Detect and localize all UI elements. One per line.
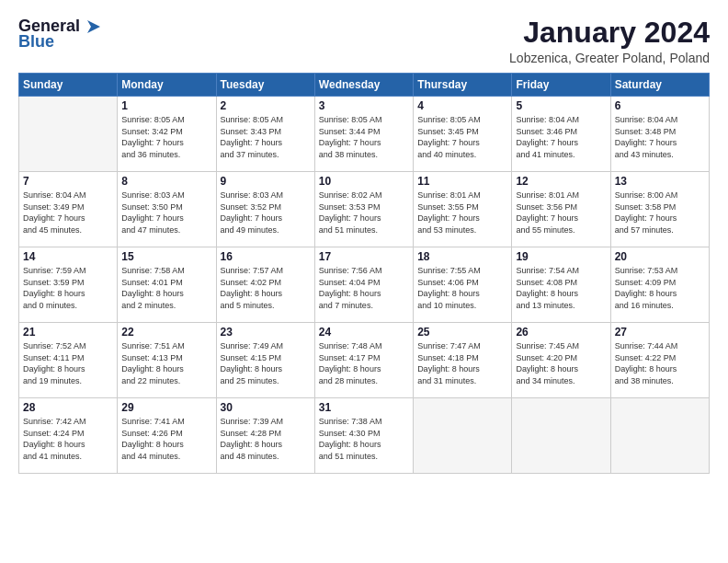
logo: General Blue <box>18 17 100 52</box>
calendar-cell: 19Sunrise: 7:54 AMSunset: 4:08 PMDayligh… <box>512 247 610 323</box>
header-sunday: Sunday <box>19 74 118 97</box>
day-info: Sunrise: 7:51 AMSunset: 4:13 PMDaylight:… <box>121 340 211 386</box>
calendar-cell: 2Sunrise: 8:05 AMSunset: 3:43 PMDaylight… <box>216 97 314 172</box>
calendar-cell: 12Sunrise: 8:01 AMSunset: 3:56 PMDayligh… <box>512 172 610 247</box>
day-number: 15 <box>121 250 211 263</box>
calendar-cell: 8Sunrise: 8:03 AMSunset: 3:50 PMDaylight… <box>118 172 216 247</box>
day-info: Sunrise: 8:00 AMSunset: 3:58 PMDaylight:… <box>615 190 705 236</box>
calendar-cell: 30Sunrise: 7:39 AMSunset: 4:28 PMDayligh… <box>216 398 314 474</box>
calendar-cell: 9Sunrise: 8:03 AMSunset: 3:52 PMDaylight… <box>216 172 314 247</box>
page: General Blue January 2024 Lobzenica, Gre… <box>0 0 728 563</box>
calendar-cell: 6Sunrise: 8:04 AMSunset: 3:48 PMDaylight… <box>610 97 709 172</box>
day-number: 1 <box>121 99 211 112</box>
day-number: 6 <box>615 99 705 112</box>
day-info: Sunrise: 7:42 AMSunset: 4:24 PMDaylight:… <box>23 416 113 462</box>
calendar-cell: 18Sunrise: 7:55 AMSunset: 4:06 PMDayligh… <box>414 247 512 323</box>
day-number: 29 <box>121 401 211 414</box>
day-number: 9 <box>221 175 311 188</box>
day-number: 3 <box>319 99 409 112</box>
calendar-cell: 5Sunrise: 8:04 AMSunset: 3:46 PMDaylight… <box>512 97 610 172</box>
day-number: 24 <box>319 326 409 339</box>
calendar-cell: 7Sunrise: 8:04 AMSunset: 3:49 PMDaylight… <box>19 172 118 247</box>
header-tuesday: Tuesday <box>216 74 314 97</box>
day-info: Sunrise: 7:41 AMSunset: 4:26 PMDaylight:… <box>121 416 211 462</box>
day-number: 16 <box>221 250 311 263</box>
day-info: Sunrise: 7:38 AMSunset: 4:30 PMDaylight:… <box>319 416 409 462</box>
day-info: Sunrise: 7:44 AMSunset: 4:22 PMDaylight:… <box>615 340 705 386</box>
day-info: Sunrise: 8:05 AMSunset: 3:44 PMDaylight:… <box>319 114 409 160</box>
day-info: Sunrise: 7:56 AMSunset: 4:04 PMDaylight:… <box>319 265 409 311</box>
day-number: 30 <box>221 401 311 414</box>
calendar-cell: 28Sunrise: 7:42 AMSunset: 4:24 PMDayligh… <box>19 398 118 474</box>
calendar-cell: 29Sunrise: 7:41 AMSunset: 4:26 PMDayligh… <box>118 398 216 474</box>
day-number: 20 <box>615 250 705 263</box>
logo-text-blue: Blue <box>18 32 54 52</box>
day-info: Sunrise: 7:59 AMSunset: 3:59 PMDaylight:… <box>23 265 113 311</box>
day-info: Sunrise: 7:58 AMSunset: 4:01 PMDaylight:… <box>121 265 211 311</box>
header-friday: Friday <box>512 74 610 97</box>
calendar-cell: 24Sunrise: 7:48 AMSunset: 4:17 PMDayligh… <box>314 323 413 398</box>
day-info: Sunrise: 7:57 AMSunset: 4:02 PMDaylight:… <box>221 265 311 311</box>
day-number: 14 <box>23 250 113 263</box>
calendar-week-row: 21Sunrise: 7:52 AMSunset: 4:11 PMDayligh… <box>19 323 710 398</box>
day-info: Sunrise: 8:01 AMSunset: 3:56 PMDaylight:… <box>516 190 606 236</box>
day-number: 18 <box>417 250 507 263</box>
day-number: 27 <box>615 326 705 339</box>
day-info: Sunrise: 7:53 AMSunset: 4:09 PMDaylight:… <box>615 265 705 311</box>
calendar-cell: 13Sunrise: 8:00 AMSunset: 3:58 PMDayligh… <box>610 172 709 247</box>
day-number: 22 <box>121 326 211 339</box>
calendar-cell: 22Sunrise: 7:51 AMSunset: 4:13 PMDayligh… <box>118 323 216 398</box>
title-block: January 2024 Lobzenica, Greater Poland, … <box>509 17 710 65</box>
day-info: Sunrise: 8:03 AMSunset: 3:50 PMDaylight:… <box>121 190 211 236</box>
day-info: Sunrise: 8:01 AMSunset: 3:55 PMDaylight:… <box>417 190 507 236</box>
day-number: 23 <box>221 326 311 339</box>
calendar-cell <box>19 97 118 172</box>
calendar-cell: 15Sunrise: 7:58 AMSunset: 4:01 PMDayligh… <box>118 247 216 323</box>
calendar-cell: 31Sunrise: 7:38 AMSunset: 4:30 PMDayligh… <box>314 398 413 474</box>
day-number: 4 <box>417 99 507 112</box>
calendar-cell: 25Sunrise: 7:47 AMSunset: 4:18 PMDayligh… <box>414 323 512 398</box>
calendar-cell: 26Sunrise: 7:45 AMSunset: 4:20 PMDayligh… <box>512 323 610 398</box>
day-info: Sunrise: 8:04 AMSunset: 3:49 PMDaylight:… <box>23 190 113 236</box>
day-info: Sunrise: 7:47 AMSunset: 4:18 PMDaylight:… <box>417 340 507 386</box>
day-info: Sunrise: 7:48 AMSunset: 4:17 PMDaylight:… <box>319 340 409 386</box>
day-number: 31 <box>319 401 409 414</box>
calendar-week-row: 14Sunrise: 7:59 AMSunset: 3:59 PMDayligh… <box>19 247 710 323</box>
day-info: Sunrise: 7:52 AMSunset: 4:11 PMDaylight:… <box>23 340 113 386</box>
day-info: Sunrise: 8:05 AMSunset: 3:42 PMDaylight:… <box>121 114 211 160</box>
calendar-cell: 10Sunrise: 8:02 AMSunset: 3:53 PMDayligh… <box>314 172 413 247</box>
day-info: Sunrise: 7:55 AMSunset: 4:06 PMDaylight:… <box>417 265 507 311</box>
day-info: Sunrise: 7:39 AMSunset: 4:28 PMDaylight:… <box>221 416 311 462</box>
calendar-cell: 23Sunrise: 7:49 AMSunset: 4:15 PMDayligh… <box>216 323 314 398</box>
day-number: 28 <box>23 401 113 414</box>
day-info: Sunrise: 8:05 AMSunset: 3:43 PMDaylight:… <box>221 114 311 160</box>
day-info: Sunrise: 7:54 AMSunset: 4:08 PMDaylight:… <box>516 265 606 311</box>
calendar-cell: 21Sunrise: 7:52 AMSunset: 4:11 PMDayligh… <box>19 323 118 398</box>
day-number: 19 <box>516 250 606 263</box>
day-number: 13 <box>615 175 705 188</box>
day-number: 11 <box>417 175 507 188</box>
day-number: 2 <box>221 99 311 112</box>
calendar-cell: 16Sunrise: 7:57 AMSunset: 4:02 PMDayligh… <box>216 247 314 323</box>
calendar-cell: 1Sunrise: 8:05 AMSunset: 3:42 PMDaylight… <box>118 97 216 172</box>
calendar-cell <box>610 398 709 474</box>
day-info: Sunrise: 8:05 AMSunset: 3:45 PMDaylight:… <box>417 114 507 160</box>
calendar-cell: 27Sunrise: 7:44 AMSunset: 4:22 PMDayligh… <box>610 323 709 398</box>
day-number: 17 <box>319 250 409 263</box>
header: General Blue January 2024 Lobzenica, Gre… <box>18 17 710 65</box>
day-number: 26 <box>516 326 606 339</box>
location: Lobzenica, Greater Poland, Poland <box>509 51 710 65</box>
calendar-cell: 11Sunrise: 8:01 AMSunset: 3:55 PMDayligh… <box>414 172 512 247</box>
calendar-cell: 20Sunrise: 7:53 AMSunset: 4:09 PMDayligh… <box>610 247 709 323</box>
day-info: Sunrise: 8:02 AMSunset: 3:53 PMDaylight:… <box>319 190 409 236</box>
day-number: 25 <box>417 326 507 339</box>
calendar-week-row: 28Sunrise: 7:42 AMSunset: 4:24 PMDayligh… <box>19 398 710 474</box>
day-info: Sunrise: 8:04 AMSunset: 3:48 PMDaylight:… <box>615 114 705 160</box>
weekday-header-row: Sunday Monday Tuesday Wednesday Thursday… <box>19 74 710 97</box>
calendar-cell: 14Sunrise: 7:59 AMSunset: 3:59 PMDayligh… <box>19 247 118 323</box>
day-number: 21 <box>23 326 113 339</box>
day-info: Sunrise: 8:03 AMSunset: 3:52 PMDaylight:… <box>221 190 311 236</box>
day-info: Sunrise: 7:49 AMSunset: 4:15 PMDaylight:… <box>221 340 311 386</box>
day-number: 5 <box>516 99 606 112</box>
calendar-cell <box>414 398 512 474</box>
